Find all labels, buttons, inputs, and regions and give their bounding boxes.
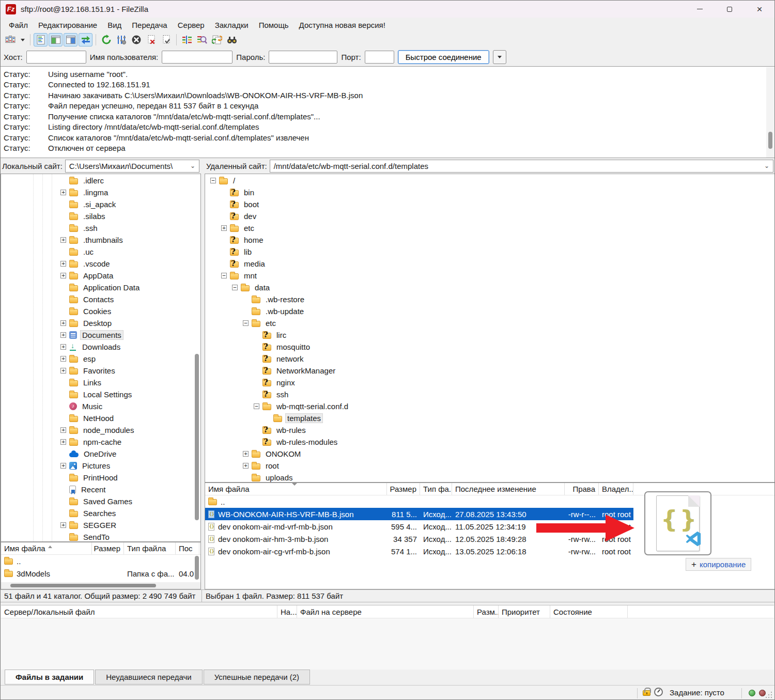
log-scrollbar[interactable]	[766, 67, 774, 158]
column-header-priority[interactable]: Приоритет	[499, 605, 550, 618]
tree-item[interactable]: + root	[205, 460, 774, 472]
menu-item[interactable]: Доступна новая версия!	[294, 19, 391, 31]
tree-item[interactable]: boot	[205, 198, 774, 210]
resize-grip[interactable]	[771, 697, 772, 698]
disconnect-button[interactable]	[144, 33, 158, 46]
tree-item[interactable]: + Favorites	[1, 365, 200, 377]
tree-item[interactable]: − /	[205, 175, 774, 186]
site-manager-button[interactable]	[3, 33, 17, 46]
tree-item[interactable]: + Documents	[1, 329, 200, 341]
tree-item[interactable]: OneDrive	[1, 448, 200, 460]
tree-item[interactable]: − wb-mqtt-serial.conf.d	[205, 400, 774, 412]
minimize-button[interactable]	[685, 1, 715, 18]
find-files-button[interactable]	[225, 33, 239, 46]
column-header-status[interactable]: Состояние	[550, 605, 628, 618]
tree-item[interactable]: .wb-restore	[205, 293, 774, 305]
tree-item[interactable]: + .lingma	[1, 186, 200, 198]
tree-item[interactable]: .uc	[1, 246, 200, 258]
column-header-remote-file[interactable]: Файл на сервере	[297, 605, 474, 618]
column-header-permissions[interactable]: Права	[565, 483, 599, 495]
local-list-hscrollbar[interactable]	[1, 582, 200, 589]
column-header-filetype[interactable]: Тип файла	[124, 542, 176, 554]
tree-item[interactable]: PrintHood	[1, 472, 200, 484]
tree-item[interactable]: mosquitto	[205, 341, 774, 353]
process-queue-button[interactable]	[114, 33, 128, 46]
expand-toggle-icon[interactable]: +	[60, 356, 66, 362]
expand-toggle-icon[interactable]: +	[60, 261, 66, 267]
expand-toggle-icon[interactable]: +	[60, 463, 66, 469]
menu-item[interactable]: Помощь	[254, 19, 294, 31]
column-header-size[interactable]: Разм...	[474, 605, 499, 618]
expand-toggle-icon[interactable]: +	[60, 237, 66, 243]
expand-toggle-icon[interactable]: +	[60, 427, 66, 433]
menu-item[interactable]: Файл	[4, 19, 33, 31]
column-header-size[interactable]: Размер	[387, 483, 420, 495]
tree-item[interactable]: lib	[205, 246, 774, 258]
expand-toggle-icon[interactable]: +	[221, 225, 227, 231]
expand-toggle-icon[interactable]: −	[243, 320, 249, 326]
tree-item[interactable]: SendTo	[1, 531, 200, 542]
tree-item[interactable]: .ssh	[1, 222, 200, 234]
host-input[interactable]	[26, 51, 86, 64]
maximize-button[interactable]	[715, 1, 745, 18]
expand-toggle-icon[interactable]: −	[210, 178, 216, 183]
queue-tab[interactable]: Файлы в задании	[5, 670, 94, 685]
tree-item[interactable]: .idlerc	[1, 175, 200, 186]
menu-item[interactable]: Редактирование	[33, 19, 102, 31]
expand-toggle-icon[interactable]: +	[60, 320, 66, 326]
tree-item[interactable]: .wb-update	[205, 305, 774, 317]
tree-item[interactable]: .silabs	[1, 210, 200, 222]
tree-item[interactable]: + esp	[1, 353, 200, 365]
site-manager-dropdown-button[interactable]	[18, 33, 27, 46]
expand-toggle-icon[interactable]: −	[221, 273, 227, 278]
username-input[interactable]	[162, 51, 233, 64]
column-header-server-local-file[interactable]: Сервер/Локальный файл	[1, 605, 277, 618]
queue-tab[interactable]: Неудавшиеся передачи	[95, 670, 202, 685]
expand-toggle-icon[interactable]: +	[60, 273, 66, 278]
tree-item[interactable]: media	[205, 258, 774, 270]
tree-item[interactable]: − data	[205, 282, 774, 293]
tree-item[interactable]: NetworkManager	[205, 365, 774, 377]
tree-item[interactable]: NetHood	[1, 412, 200, 424]
tree-item[interactable]: + ONOKOM	[205, 448, 774, 460]
tree-item[interactable]: network	[205, 353, 774, 365]
tree-item[interactable]: + node_modules	[1, 424, 200, 436]
menu-item[interactable]: Сервер	[173, 19, 210, 31]
file-row[interactable]: ..	[205, 495, 633, 508]
file-row[interactable]: WB-ONOKOM-AIR-HS-VRF-MB-B.json 811 5... …	[205, 508, 633, 520]
tree-item[interactable]: + AppData	[1, 270, 200, 282]
reconnect-button[interactable]	[159, 33, 173, 46]
column-header-modified[interactable]: Последнее изменение	[452, 483, 565, 495]
tree-item[interactable]: + .vscode	[1, 258, 200, 270]
tree-item[interactable]: Links	[1, 377, 200, 388]
column-header-filetype[interactable]: Тип фа...	[420, 483, 452, 495]
toggle-message-log-button[interactable]	[34, 33, 48, 46]
tree-item[interactable]: + SEGGER	[1, 519, 200, 531]
tree-item[interactable]: Music	[1, 400, 200, 412]
tree-item[interactable]: + Desktop	[1, 317, 200, 329]
tree-item[interactable]: + .thumbnails	[1, 234, 200, 246]
tree-item[interactable]: Contacts	[1, 293, 200, 305]
tree-item[interactable]: wb-rules	[205, 424, 774, 436]
tree-item[interactable]: nginx	[205, 377, 774, 388]
tree-item[interactable]: Saved Games	[1, 495, 200, 507]
port-input[interactable]	[365, 51, 394, 64]
column-header-modified[interactable]: Пос	[176, 542, 199, 554]
local-list-hscrollbar-thumb[interactable]	[10, 584, 156, 587]
expand-toggle-icon[interactable]: +	[60, 522, 66, 528]
tree-item[interactable]: dev	[205, 210, 774, 222]
tree-item[interactable]: Recent	[1, 484, 200, 495]
close-button[interactable]: ×	[745, 1, 774, 18]
expand-toggle-icon[interactable]: −	[232, 285, 238, 290]
tree-item[interactable]: home	[205, 234, 774, 246]
expand-toggle-icon[interactable]: +	[243, 463, 249, 469]
menu-item[interactable]: Закладки	[210, 19, 254, 31]
directory-filters-button[interactable]	[180, 33, 194, 46]
queue-tab[interactable]: Успешные передачи (2)	[204, 670, 310, 685]
expand-toggle-icon[interactable]: +	[60, 368, 66, 374]
tree-item[interactable]: Application Data	[1, 282, 200, 293]
toggle-transfer-queue-button[interactable]	[79, 33, 92, 46]
tree-item[interactable]: − etc	[205, 317, 774, 329]
column-header-direction[interactable]: На...	[277, 605, 297, 618]
toggle-remote-tree-button[interactable]	[64, 33, 78, 46]
